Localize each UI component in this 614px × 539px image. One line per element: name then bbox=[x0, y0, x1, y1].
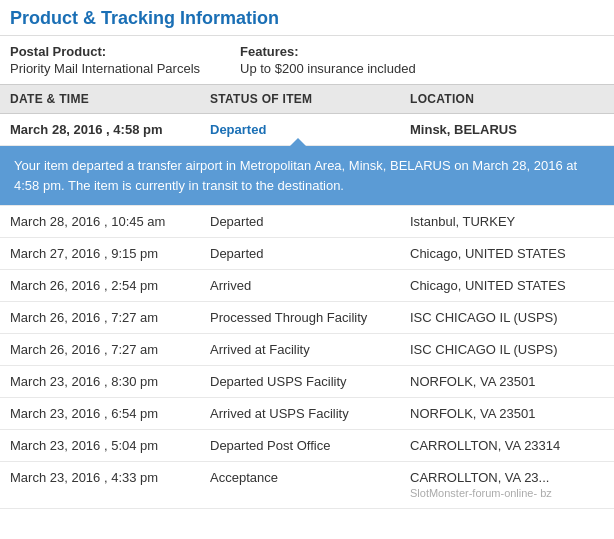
postal-product-label: Postal Product: bbox=[10, 44, 200, 59]
cell-date: March 23, 2016 , 5:04 pm bbox=[0, 430, 200, 462]
cell-status: Departed Post Office bbox=[200, 430, 400, 462]
cell-status: Departed USPS Facility bbox=[200, 366, 400, 398]
page-header: Product & Tracking Information bbox=[0, 0, 614, 36]
table-row: March 28, 2016 , 10:45 amDepartedIstanbu… bbox=[0, 206, 614, 238]
cell-location: Chicago, UNITED STATES bbox=[400, 238, 614, 270]
cell-status: Departed bbox=[200, 238, 400, 270]
tooltip-row: Your item departed a transfer airport in… bbox=[0, 146, 614, 206]
col-header-status: STATUS OF ITEM bbox=[200, 85, 400, 114]
cell-status: Arrived at USPS Facility bbox=[200, 398, 400, 430]
cell-date: March 28, 2016 , 10:45 am bbox=[0, 206, 200, 238]
tracking-table: DATE & TIME STATUS OF ITEM LOCATION Marc… bbox=[0, 84, 614, 509]
cell-location: ISC CHICAGO IL (USPS) bbox=[400, 302, 614, 334]
cell-location: ISC CHICAGO IL (USPS) bbox=[400, 334, 614, 366]
product-info-section: Postal Product: Priority Mail Internatio… bbox=[0, 36, 614, 84]
cell-status: Arrived at Facility bbox=[200, 334, 400, 366]
postal-product-value: Priority Mail International Parcels bbox=[10, 61, 200, 76]
cell-date: March 23, 2016 , 4:33 pm bbox=[0, 462, 200, 509]
cell-location: NORFOLK, VA 23501 bbox=[400, 366, 614, 398]
table-row: March 27, 2016 , 9:15 pmDepartedChicago,… bbox=[0, 238, 614, 270]
cell-date: March 26, 2016 , 7:27 am bbox=[0, 334, 200, 366]
features-block: Features: Up to $200 insurance included bbox=[240, 44, 416, 76]
table-header-row: DATE & TIME STATUS OF ITEM LOCATION bbox=[0, 85, 614, 114]
cell-location: Chicago, UNITED STATES bbox=[400, 270, 614, 302]
cell-location: CARROLLTON, VA 23314 bbox=[400, 430, 614, 462]
cell-date: March 28, 2016 , 4:58 pm bbox=[0, 114, 200, 146]
departed-link[interactable]: Departed bbox=[210, 122, 266, 137]
cell-date: March 26, 2016 , 2:54 pm bbox=[0, 270, 200, 302]
table-row: March 23, 2016 , 6:54 pmArrived at USPS … bbox=[0, 398, 614, 430]
tooltip-cell: Your item departed a transfer airport in… bbox=[0, 146, 614, 206]
table-row: March 26, 2016 , 7:27 amProcessed Throug… bbox=[0, 302, 614, 334]
table-row-highlighted: March 28, 2016 , 4:58 pmDepartedMinsk, B… bbox=[0, 114, 614, 146]
cell-status: Departed bbox=[200, 206, 400, 238]
watermark-text: SlotMonster-forum-online- bz bbox=[410, 487, 552, 499]
cell-location: Minsk, BELARUS bbox=[400, 114, 614, 146]
page-container: Product & Tracking Information Postal Pr… bbox=[0, 0, 614, 509]
postal-product-block: Postal Product: Priority Mail Internatio… bbox=[10, 44, 200, 76]
cell-status: Processed Through Facility bbox=[200, 302, 400, 334]
col-header-date: DATE & TIME bbox=[0, 85, 200, 114]
cell-location: NORFOLK, VA 23501 bbox=[400, 398, 614, 430]
cell-location: CARROLLTON, VA 23... SlotMonster-forum-o… bbox=[400, 462, 614, 509]
features-label: Features: bbox=[240, 44, 416, 59]
table-row: March 23, 2016 , 5:04 pmDeparted Post Of… bbox=[0, 430, 614, 462]
table-row: March 23, 2016 , 8:30 pmDeparted USPS Fa… bbox=[0, 366, 614, 398]
col-header-location: LOCATION bbox=[400, 85, 614, 114]
cell-location: Istanbul, TURKEY bbox=[400, 206, 614, 238]
tooltip-bubble: Your item departed a transfer airport in… bbox=[0, 146, 614, 205]
table-row: March 26, 2016 , 7:27 amArrived at Facil… bbox=[0, 334, 614, 366]
cell-status: Acceptance bbox=[200, 462, 400, 509]
table-row: March 26, 2016 , 2:54 pmArrivedChicago, … bbox=[0, 270, 614, 302]
cell-status: Arrived bbox=[200, 270, 400, 302]
features-value: Up to $200 insurance included bbox=[240, 61, 416, 76]
cell-date: March 26, 2016 , 7:27 am bbox=[0, 302, 200, 334]
cell-date: March 23, 2016 , 8:30 pm bbox=[0, 366, 200, 398]
table-row: March 23, 2016 , 4:33 pmAcceptanceCARROL… bbox=[0, 462, 614, 509]
cell-date: March 23, 2016 , 6:54 pm bbox=[0, 398, 200, 430]
cell-date: March 27, 2016 , 9:15 pm bbox=[0, 238, 200, 270]
page-title: Product & Tracking Information bbox=[10, 8, 604, 29]
